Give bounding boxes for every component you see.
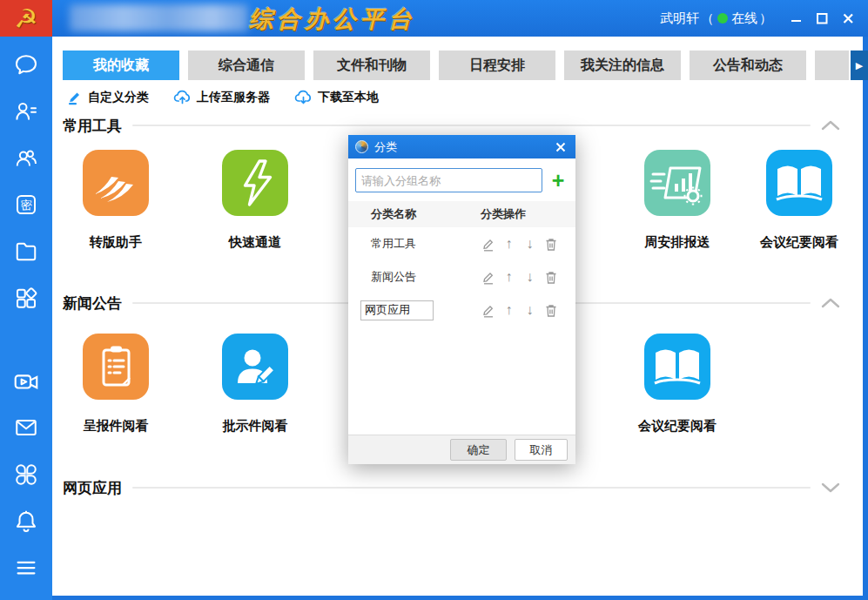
chevron-down-icon[interactable] <box>821 482 840 494</box>
move-up-icon[interactable]: ↑ <box>501 269 516 285</box>
contacts-icon[interactable] <box>11 98 41 126</box>
move-up-icon[interactable]: ↑ <box>501 302 516 318</box>
close-button[interactable] <box>835 5 861 31</box>
cloud-download-icon <box>294 89 313 105</box>
menu-icon[interactable] <box>11 553 41 582</box>
category-row-editing: ↑ ↓ <box>348 293 575 327</box>
open-book-icon <box>644 334 710 400</box>
tab-followed-info[interactable]: 我关注的信息 <box>564 51 681 80</box>
tab-truncated[interactable]: 文 <box>815 51 849 80</box>
group-icon[interactable] <box>11 144 41 172</box>
category-row: 常用工具 ↑ ↓ <box>348 227 575 260</box>
download-to-local-button[interactable]: 下载至本地 <box>294 89 379 105</box>
cloud-upload-icon <box>173 89 192 105</box>
delete-icon[interactable] <box>543 269 558 285</box>
move-down-icon[interactable]: ↓ <box>522 236 537 252</box>
tab-files-publications[interactable]: 文件和刊物 <box>313 51 430 80</box>
mail-icon[interactable] <box>11 414 41 442</box>
tab-my-favorites[interactable]: 我的收藏 <box>63 51 179 80</box>
plus-icon: + <box>552 168 565 192</box>
cancel-button[interactable]: 取消 <box>515 439 568 461</box>
app-instruction-review[interactable]: 批示件阅看 <box>203 334 307 435</box>
report-chart-icon <box>644 150 710 216</box>
category-row: 新闻公告 ↑ ↓ <box>348 260 575 293</box>
bell-icon[interactable] <box>11 507 41 536</box>
svg-text:密: 密 <box>20 199 32 212</box>
category-table-header: 分类名称 分类操作 <box>348 201 575 227</box>
chat-icon[interactable] <box>11 51 41 79</box>
upload-to-server-button[interactable]: 上传至服务器 <box>173 89 270 105</box>
maximize-icon <box>815 11 829 25</box>
components-icon[interactable] <box>11 460 41 489</box>
customize-category-button[interactable]: 自定义分类 <box>66 89 149 105</box>
maximize-button[interactable] <box>809 5 835 31</box>
app-meeting-minutes-1[interactable]: 会议纪要阅看 <box>747 150 851 251</box>
pages-icon <box>83 150 149 216</box>
clipboard-icon <box>83 334 149 400</box>
app-window: { "titlebar": { "app_title": "综合办公平台", "… <box>0 0 868 600</box>
folder-icon[interactable] <box>11 237 41 266</box>
open-book-icon <box>766 150 832 216</box>
new-category-row: + <box>348 158 575 201</box>
party-emblem-icon: ☭ <box>0 0 52 37</box>
toolbar: 自定义分类 上传至服务器 下载至本地 <box>66 89 379 105</box>
dialog-logo-icon <box>355 140 368 153</box>
dialog-footer: 确定 取消 <box>348 435 575 464</box>
chevron-up-icon[interactable] <box>821 119 840 131</box>
tab-schedule[interactable]: 日程安排 <box>439 51 555 80</box>
section-web-apps: 网页应用 <box>63 477 840 498</box>
window-controls <box>783 0 861 37</box>
section-common-tools: 常用工具 <box>63 115 840 136</box>
minimize-button[interactable] <box>783 5 809 31</box>
lightning-icon <box>222 150 288 216</box>
ok-button[interactable]: 确定 <box>450 439 507 461</box>
close-icon <box>555 142 566 152</box>
delete-icon[interactable] <box>543 302 558 318</box>
app-format-converter[interactable]: 转版助手 <box>64 150 168 251</box>
app-weekly-schedule-report[interactable]: 周安排报送 <box>625 150 730 251</box>
edit-icon[interactable] <box>481 269 495 285</box>
add-category-button[interactable]: + <box>548 169 569 192</box>
encryption-icon[interactable]: 密 <box>11 191 41 219</box>
delete-icon[interactable] <box>543 236 558 252</box>
sidebar: 密 <box>0 37 52 600</box>
chevron-up-icon[interactable] <box>821 297 840 309</box>
app-submission-review[interactable]: 呈报件阅看 <box>64 334 168 435</box>
edit-icon[interactable] <box>481 236 495 252</box>
app-fast-channel[interactable]: 快速通道 <box>203 150 307 251</box>
minimize-icon <box>789 11 803 25</box>
close-icon <box>841 11 855 25</box>
tab-announcements[interactable]: 公告和动态 <box>690 51 806 80</box>
dialog-close-button[interactable] <box>553 139 569 155</box>
apps-grid-icon[interactable] <box>11 284 41 313</box>
tab-scroll-right-button[interactable]: ▶ <box>851 51 868 80</box>
user-name: 武明轩 <box>660 10 699 27</box>
dialog-title-bar: 分类 <box>348 135 575 158</box>
move-down-icon[interactable]: ↓ <box>522 269 537 285</box>
app-meeting-minutes-2[interactable]: 会议纪要阅看 <box>625 334 730 435</box>
online-status-dot <box>717 13 728 24</box>
category-rename-input[interactable] <box>360 300 434 320</box>
dialog-title: 分类 <box>374 139 553 155</box>
category-dialog: 分类 + 分类名称 分类操作 常用工具 ↑ ↓ 新闻公告 ↑ <box>348 135 575 464</box>
person-pencil-icon <box>222 334 288 400</box>
user-status: 在线 <box>731 10 757 27</box>
new-category-input[interactable] <box>355 168 542 192</box>
move-down-icon[interactable]: ↓ <box>522 302 537 318</box>
tab-bar: 我的收藏 综合通信 文件和刊物 日程安排 我关注的信息 公告和动态 文 <box>63 51 849 80</box>
video-meeting-icon[interactable] <box>11 367 41 395</box>
edit-icon[interactable] <box>481 302 495 318</box>
tab-communications[interactable]: 综合通信 <box>188 51 305 80</box>
party-emblem-glyph: ☭ <box>15 3 38 34</box>
right-arrow-icon: ▶ <box>856 60 863 71</box>
user-status-area: 武明轩 （ 在线 ） <box>660 0 772 37</box>
pencil-icon <box>66 89 83 105</box>
app-title: 综合办公平台 <box>249 3 416 35</box>
title-bar: ☭ 综合办公平台 武明轩 （ 在线 ） <box>0 0 868 37</box>
move-up-icon[interactable]: ↑ <box>501 236 516 252</box>
censored-region <box>70 4 248 31</box>
